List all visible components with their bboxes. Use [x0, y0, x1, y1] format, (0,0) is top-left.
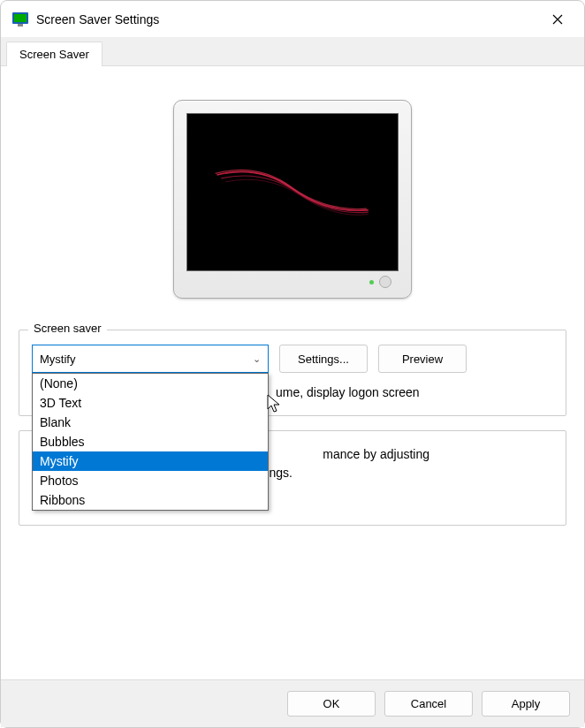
monitor-base — [186, 271, 399, 292]
preview-button[interactable]: Preview — [378, 345, 467, 373]
monitor-preview — [19, 100, 566, 299]
settings-button[interactable]: Settings... — [279, 345, 368, 373]
dropdown-item-3dtext[interactable]: 3D Text — [33, 393, 268, 413]
screensaver-settings-window: Screen Saver Settings Screen Saver — [0, 0, 585, 728]
button-bar: OK Cancel Apply — [1, 679, 584, 727]
titlebar: Screen Saver Settings — [1, 1, 584, 38]
dropdown-list: (None) 3D Text Blank Bubbles Mystify Pho… — [32, 373, 269, 511]
svg-rect-2 — [18, 24, 23, 27]
dropdown-item-ribbons[interactable]: Ribbons — [33, 490, 268, 510]
dropdown-selected: Mystify — [40, 353, 253, 366]
ok-button[interactable]: OK — [287, 691, 376, 717]
power-icon — [379, 276, 391, 288]
close-button[interactable] — [542, 4, 574, 35]
svg-rect-1 — [14, 14, 27, 22]
dropdown-item-none[interactable]: (None) — [33, 374, 268, 393]
app-icon — [11, 11, 29, 28]
group-label-screensaver: Screen saver — [28, 322, 107, 335]
apply-button[interactable]: Apply — [482, 691, 570, 717]
cursor-icon — [266, 393, 284, 414]
dropdown-item-blank[interactable]: Blank — [33, 413, 268, 432]
led-icon — [369, 280, 374, 284]
tab-bar: Screen Saver — [1, 38, 584, 66]
dropdown-item-mystify[interactable]: Mystify — [33, 451, 268, 471]
content-area: Screen saver Mystify ⌄ (None) 3D Text Bl… — [1, 66, 584, 679]
screensaver-dropdown[interactable]: Mystify ⌄ (None) 3D Text Blank Bubbles M… — [32, 345, 269, 373]
mystify-icon — [209, 161, 376, 231]
screensaver-group: Screen saver Mystify ⌄ (None) 3D Text Bl… — [19, 330, 566, 416]
cancel-button[interactable]: Cancel — [384, 691, 473, 717]
monitor-screen — [186, 113, 399, 271]
tab-screensaver[interactable]: Screen Saver — [6, 42, 103, 66]
dropdown-item-photos[interactable]: Photos — [33, 471, 268, 490]
window-title: Screen Saver Settings — [36, 12, 542, 27]
logon-text-partial: ume, display logon screen — [276, 385, 420, 399]
monitor-frame — [173, 100, 412, 299]
dropdown-item-bubbles[interactable]: Bubbles — [33, 432, 268, 451]
chevron-down-icon: ⌄ — [253, 353, 261, 365]
